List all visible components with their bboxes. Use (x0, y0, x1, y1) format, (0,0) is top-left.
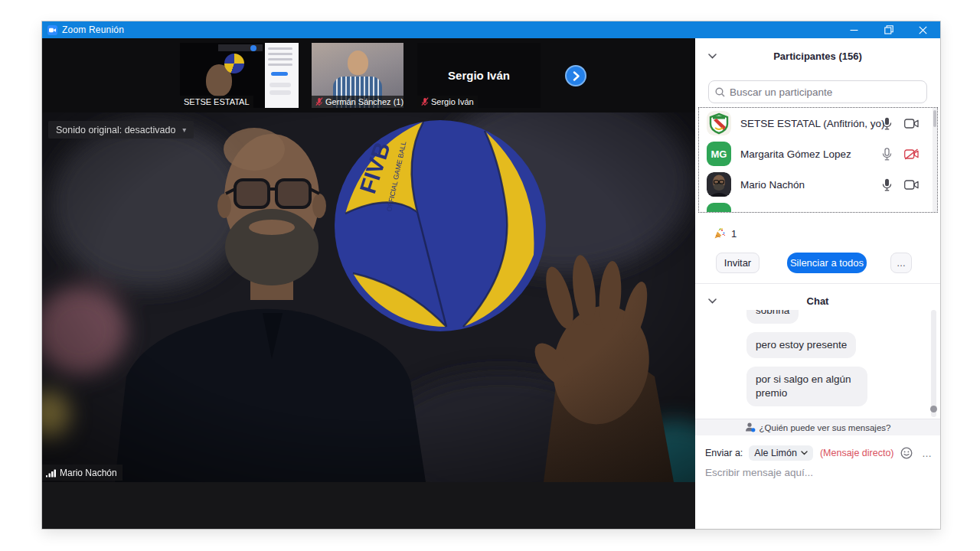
collapse-chat-chevron-icon[interactable] (708, 298, 717, 304)
chevron-right-icon (572, 71, 580, 81)
avatar-initials: MG (707, 142, 731, 166)
thumbnail-name-label: Germán Sánchez (1) (312, 96, 403, 108)
avatar-initials (707, 203, 731, 213)
chat-message: sobrina (746, 310, 799, 324)
participants-scrollbar[interactable] (933, 108, 937, 212)
participant-search[interactable] (708, 80, 927, 103)
chat-scrollbar[interactable] (931, 310, 936, 417)
reaction-count: 1 (731, 228, 737, 240)
mic-icon (882, 178, 892, 191)
next-page-button[interactable] (565, 65, 586, 86)
caret-down-icon: ▾ (182, 126, 186, 134)
chat-message-input[interactable] (705, 467, 927, 478)
participant-name: SETSE ESTATAL (Anfitrión, yo) (740, 118, 885, 129)
mini-side-panel (265, 43, 299, 108)
chat-message: pero estoy presente (746, 332, 856, 358)
minimize-button[interactable] (837, 21, 871, 38)
camera-on-icon (904, 119, 919, 129)
participant-name: Margarita Gómez Lopez (740, 148, 851, 160)
search-icon (715, 87, 725, 97)
invite-button[interactable]: Invitar (716, 253, 760, 273)
signal-bars-icon (46, 468, 57, 478)
stage-letterbox (42, 482, 695, 529)
participant-row[interactable] (699, 200, 937, 213)
camera-on-icon (904, 180, 919, 190)
restore-button[interactable] (871, 21, 906, 38)
video-stage: SETSE ESTATAL Germán Sánchez (1) Sergio … (42, 38, 695, 529)
person-privacy-icon (745, 422, 756, 432)
participants-title: Participantes (156) (773, 51, 862, 62)
avatar-setse-logo (707, 111, 731, 135)
zoom-app-icon (47, 25, 57, 35)
participant-name: Mario Nachón (740, 179, 805, 191)
mute-all-button[interactable]: Silenciar a todos (787, 253, 867, 273)
participants-header: Participantes (156) (695, 46, 940, 66)
participants-more-button[interactable]: … (890, 253, 912, 273)
send-to-row: Enviar a: Ale Limón (Mensaje directo) … (705, 444, 933, 462)
main-video-feed: FIVB OFFICIAL GAME BALL (42, 112, 695, 482)
recipient-dropdown[interactable]: Ale Limón (749, 445, 813, 461)
close-button[interactable] (906, 21, 940, 38)
side-panel: Participantes (156) SETSE ESTATAL (Anfit… (695, 38, 940, 529)
mic-icon (882, 117, 892, 130)
video-scene: FIVB OFFICIAL GAME BALL (42, 112, 695, 482)
participant-row[interactable]: Mario Nachón (699, 169, 937, 200)
participant-row[interactable]: SETSE ESTATAL (Anfitrión, yo) (699, 108, 937, 139)
participant-thumbnail-setse[interactable]: SETSE ESTATAL (180, 43, 299, 108)
chat-privacy-note[interactable]: ¿Quién puede ver sus mensajes? (695, 419, 940, 435)
participant-list: SETSE ESTATAL (Anfitrión, yo) MG Margari… (698, 107, 938, 213)
thumbnail-face (348, 51, 368, 75)
chat-header: Chat (695, 292, 940, 310)
section-divider (695, 283, 940, 284)
participant-row[interactable]: MG Margarita Gómez Lopez (699, 139, 937, 169)
muted-mic-icon (421, 97, 429, 106)
direct-message-label: (Mensaje directo) (820, 448, 894, 458)
chat-message-list: sobrina pero estoy presente por si salgo… (695, 310, 940, 419)
avatar-photo (707, 172, 731, 197)
mini-volleyball (224, 54, 244, 73)
titlebar: Zoom Reunión (42, 21, 940, 38)
search-input[interactable] (730, 86, 920, 98)
emoji-icon[interactable] (900, 447, 913, 459)
thumbnail-name-label: Sergio Iván (417, 96, 478, 108)
window-title: Zoom Reunión (62, 24, 124, 35)
send-to-label: Enviar a: (705, 448, 743, 458)
filmstrip: SETSE ESTATAL Germán Sánchez (1) Sergio … (42, 38, 695, 112)
zoom-window: Zoom Reunión (42, 21, 940, 529)
reaction-counter: 1 (714, 226, 737, 241)
thumbnail-display-name: Sergio Iván (417, 69, 541, 82)
collapse-participants-chevron-icon[interactable] (708, 54, 717, 59)
chat-title: Chat (807, 295, 829, 307)
participant-thumbnail-german[interactable]: Germán Sánchez (1) (312, 43, 403, 108)
active-speaker-label: Mario Nachón (42, 465, 122, 481)
muted-mic-icon (315, 97, 323, 106)
participant-thumbnail-sergio[interactable]: Sergio Iván Sergio Iván (417, 43, 541, 108)
chat-scrollbar-thumb[interactable] (930, 406, 937, 412)
chevron-down-icon (801, 451, 808, 455)
mic-icon (882, 148, 892, 161)
original-sound-toggle[interactable]: Sonido original: desactivado ▾ (48, 121, 194, 139)
party-popper-icon (714, 227, 726, 240)
mini-button (250, 45, 256, 51)
chat-more-button[interactable]: … (922, 448, 933, 459)
chat-message: por si salgo en algún premio (746, 367, 867, 406)
thumbnail-name-label: SETSE ESTATAL (180, 96, 253, 108)
camera-off-icon (904, 148, 919, 160)
